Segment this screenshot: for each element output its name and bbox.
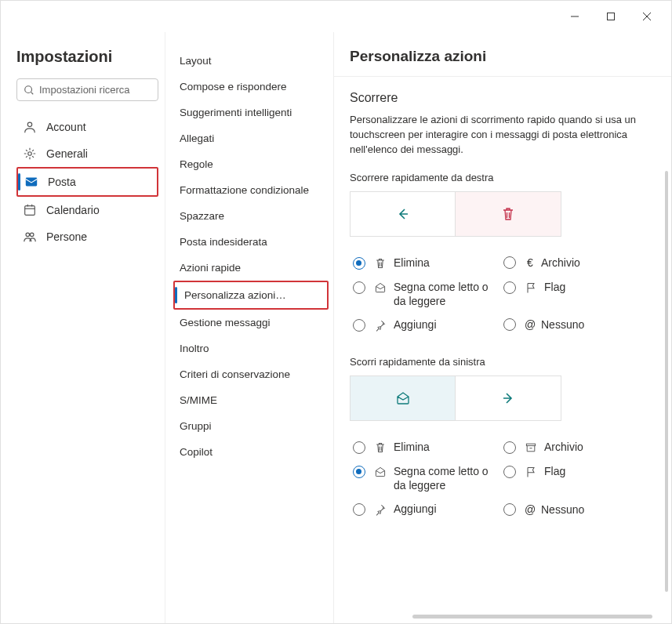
opt-archivio-right[interactable]: € Archivio (500, 251, 651, 275)
opt-flag-right[interactable]: Flag (500, 275, 651, 313)
swipe-left-preview-left (350, 375, 456, 421)
minimize-button[interactable] (557, 4, 593, 29)
nav-persone[interactable]: Persone (16, 223, 158, 250)
nav-label: Generali (46, 147, 88, 160)
radio-icon (353, 441, 365, 454)
sub-suggerimenti[interactable]: Suggerimenti intelligenti (173, 100, 329, 125)
svg-rect-8 (26, 178, 37, 187)
scorrere-desc: Personalizzare le azioni di scorrimento … (350, 113, 663, 158)
nav-label: Calendario (46, 204, 100, 216)
opt-segna-right[interactable]: Segna come letto o da leggere (350, 275, 500, 313)
swipe-right-preview-right (456, 191, 561, 237)
opt-elimina-left[interactable]: Elimina (350, 435, 500, 459)
opt-elimina-right[interactable]: Elimina (350, 251, 500, 275)
radio-icon (503, 503, 516, 516)
sub-inoltro[interactable]: Inoltro (173, 336, 329, 361)
maximize-button[interactable] (593, 4, 629, 29)
radio-icon (353, 503, 365, 516)
swipe-left-preview-right (456, 375, 561, 421)
nav-generali[interactable]: Generali (16, 140, 158, 167)
svg-rect-9 (25, 206, 35, 216)
opt-aggiungi-left[interactable]: Aggiungi (350, 497, 500, 521)
radio-icon (503, 281, 516, 294)
arrow-right-icon (500, 390, 516, 406)
radio-icon (503, 256, 516, 269)
opt-flag-left[interactable]: Flag (500, 459, 651, 497)
radio-icon (353, 466, 365, 478)
person-icon (23, 120, 37, 134)
svg-rect-15 (526, 444, 535, 445)
sub-compose[interactable]: Compose e rispondere (173, 74, 329, 100)
sub-gestione[interactable]: Gestione messaggi (173, 310, 329, 336)
svg-point-4 (25, 85, 32, 93)
opt-aggiungi-right[interactable]: Aggiungi (350, 313, 500, 337)
swipe-right-preview-left (350, 191, 456, 237)
nav-posta[interactable]: Posta (18, 169, 157, 195)
sub-gruppi[interactable]: Gruppi (173, 413, 329, 439)
scorrere-title: Scorrere (350, 91, 663, 105)
none-icon: @ (524, 503, 536, 516)
sub-personalizza-highlight: Personalizza azioni… (173, 281, 329, 310)
radio-icon (353, 281, 365, 294)
sub-regole[interactable]: Regole (173, 151, 329, 177)
radio-icon (503, 441, 516, 454)
radio-icon (503, 466, 516, 478)
radio-icon (353, 319, 365, 332)
gear-icon (23, 147, 37, 161)
nav-label: Persone (46, 230, 87, 243)
sub-personalizza-azioni[interactable]: Personalizza azioni… (175, 282, 327, 308)
svg-rect-1 (608, 13, 615, 20)
mail-read-icon (395, 390, 411, 406)
nav-calendario[interactable]: Calendario (16, 197, 158, 223)
sub-layout[interactable]: Layout (173, 48, 329, 74)
mail-read-icon (373, 465, 387, 479)
radio-icon (503, 318, 516, 331)
delete-icon (500, 206, 516, 222)
archive-icon: € (524, 256, 536, 269)
arrow-left-icon (395, 206, 411, 222)
swipe-left-label: Scorri rapidamente da sinistra (350, 356, 663, 368)
sub-posta-indesiderata[interactable]: Posta indesiderata (173, 229, 329, 255)
opt-nessuno-right[interactable]: @ Nessuno (500, 313, 651, 337)
pin-icon (373, 318, 387, 332)
sub-spazzare[interactable]: Spazzare (173, 203, 329, 229)
nav-label: Posta (48, 176, 76, 188)
sub-criteri[interactable]: Criteri di conservazione (173, 361, 329, 387)
sub-formattazione[interactable]: Formattazione condizionale (173, 177, 329, 203)
titlebar (1, 1, 671, 32)
opt-archivio-left[interactable]: Archivio (500, 435, 651, 459)
svg-point-6 (27, 122, 31, 126)
opt-nessuno-left[interactable]: @ Nessuno (500, 497, 651, 521)
flag-icon (524, 465, 538, 479)
nav-posta-highlight: Posta (16, 167, 158, 197)
mail-read-icon (373, 281, 387, 295)
sub-allegati[interactable]: Allegati (173, 125, 329, 151)
swipe-right-preview (350, 191, 663, 237)
sub-smime[interactable]: S/MIME (173, 387, 329, 413)
people-icon (23, 230, 37, 244)
search-input[interactable]: Impostazioni ricerca (16, 78, 158, 101)
calendar-icon (23, 203, 37, 217)
delete-icon (373, 256, 387, 270)
swipe-right-label: Scorrere rapidamente da destra (350, 172, 663, 183)
horizontal-scrollbar[interactable] (412, 615, 652, 619)
nav-account[interactable]: Account (16, 114, 158, 140)
swipe-left-preview (350, 375, 663, 421)
nav-label: Account (46, 121, 86, 133)
vertical-scrollbar[interactable] (665, 171, 668, 592)
svg-point-7 (28, 152, 32, 156)
opt-segna-left[interactable]: Segna come letto o da leggere (350, 459, 500, 497)
pin-icon (373, 502, 387, 517)
sub-azioni-rapide[interactable]: Azioni rapide (173, 255, 329, 281)
close-button[interactable] (629, 4, 665, 29)
flag-icon (524, 281, 538, 295)
search-icon (24, 85, 35, 96)
none-icon: @ (524, 318, 536, 331)
svg-line-5 (31, 92, 34, 94)
settings-heading: Impostazioni (16, 48, 158, 66)
svg-point-14 (30, 233, 34, 237)
archive-icon (524, 441, 538, 455)
svg-point-13 (26, 233, 30, 237)
sub-copilot[interactable]: Copilot (173, 439, 329, 465)
delete-icon (373, 441, 387, 455)
